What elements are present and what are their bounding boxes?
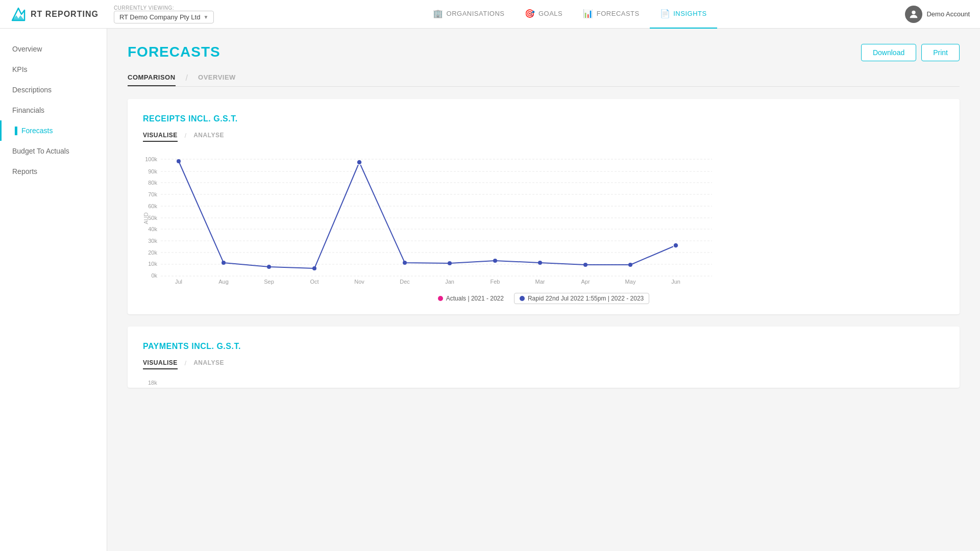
svg-text:40k: 40k [148, 226, 157, 232]
nav-label-goals: GOALS [538, 10, 562, 17]
header-actions: Download Print [861, 44, 960, 61]
svg-text:Nov: Nov [354, 279, 364, 285]
svg-text:70k: 70k [148, 191, 157, 197]
svg-text:Dec: Dec [400, 279, 410, 285]
svg-text:20k: 20k [148, 249, 157, 256]
svg-text:80k: 80k [148, 180, 157, 186]
nav-item-goals[interactable]: 🎯 GOALS [514, 0, 573, 29]
sidebar-label-overview: Overview [12, 45, 42, 53]
sidebar-label-kpis: KPIs [12, 65, 28, 73]
sidebar-label-descriptions: Descriptions [12, 86, 52, 94]
sidebar-item-descriptions[interactable]: Descriptions [0, 80, 107, 100]
legend-label-actuals: Actuals | 2021 - 2022 [446, 295, 504, 302]
page-subtabs: COMPARISON / OVERVIEW [128, 69, 960, 87]
sidebar-item-reports[interactable]: Reports [0, 161, 107, 182]
receipts-chart-legend: Actuals | 2021 - 2022 Rapid 22nd Jul 202… [143, 293, 944, 304]
download-button[interactable]: Download [861, 44, 916, 61]
company-dropdown[interactable]: RT Demo Company Pty Ltd ▼ [114, 11, 214, 23]
user-name: Demo Account [926, 10, 970, 18]
payments-tab-sep: / [185, 360, 186, 367]
nav-item-organisations[interactable]: 🏢 ORGANISATIONS [423, 0, 514, 29]
main-nav-links: 🏢 ORGANISATIONS 🎯 GOALS 📊 FORECASTS 📄 IN… [234, 0, 905, 29]
company-selector-area: CURRENTLY VIEWING: RT Demo Company Pty L… [114, 5, 214, 23]
payments-chart-tabs: VISUALISE / ANALYSE [143, 357, 944, 369]
nav-label-insights: INSIGHTS [673, 10, 706, 17]
goals-icon: 🎯 [525, 9, 535, 18]
forecasts-icon: 📊 [583, 9, 594, 18]
nav-label-forecasts: FORECASTS [597, 10, 640, 17]
receipts-tab-analyse[interactable]: ANALYSE [193, 130, 224, 142]
sidebar-item-overview[interactable]: Overview [0, 39, 107, 59]
organisations-icon: 🏢 [433, 9, 444, 18]
insights-icon: 📄 [660, 9, 671, 18]
svg-text:AUD: AUD [143, 212, 149, 224]
svg-point-47 [583, 263, 587, 267]
user-menu[interactable]: Demo Account [905, 6, 970, 23]
svg-text:60k: 60k [148, 203, 157, 209]
legend-item-actuals: Actuals | 2021 - 2022 [438, 295, 504, 302]
sidebar-item-kpis[interactable]: KPIs [0, 59, 107, 80]
svg-text:Feb: Feb [491, 279, 500, 285]
svg-text:Jul: Jul [175, 279, 182, 285]
sidebar-label-forecasts: Forecasts [21, 127, 53, 135]
payments-tab-analyse[interactable]: ANALYSE [193, 357, 224, 369]
currently-viewing-label: CURRENTLY VIEWING: [114, 5, 214, 11]
svg-text:May: May [625, 279, 636, 285]
svg-point-44 [448, 261, 452, 265]
legend-dot-actuals [438, 296, 443, 301]
logo[interactable]: RT REPORTING [10, 6, 99, 22]
main-content: FORECASTS Download Print COMPARISON / OV… [107, 29, 980, 551]
receipts-chart-card: RECEIPTS INCL. G.S.T. VISUALISE / ANALYS… [128, 99, 960, 314]
receipts-tab-sep: / [185, 132, 186, 139]
sidebar-item-forecasts[interactable]: ▐ Forecasts [0, 120, 107, 141]
sidebar-item-budget-to-actuals[interactable]: Budget To Actuals [0, 141, 107, 161]
svg-text:90k: 90k [148, 168, 157, 174]
company-name: RT Demo Company Pty Ltd [119, 13, 200, 21]
svg-text:30k: 30k [148, 238, 157, 244]
svg-point-39 [222, 261, 226, 265]
print-button[interactable]: Print [921, 44, 960, 61]
legend-dot-rapid [520, 296, 525, 301]
avatar [905, 6, 922, 23]
svg-text:0k: 0k [151, 272, 157, 279]
svg-text:Sep: Sep [264, 279, 274, 285]
sidebar: Overview KPIs Descriptions Financials ▐ … [0, 29, 107, 551]
svg-point-43 [403, 261, 407, 265]
page-header: FORECASTS Download Print [128, 44, 960, 61]
sidebar-label-budget-to-actuals: Budget To Actuals [12, 147, 69, 155]
svg-point-41 [312, 266, 316, 270]
nav-item-forecasts[interactable]: 📊 FORECASTS [573, 0, 649, 29]
svg-text:Oct: Oct [310, 279, 318, 285]
svg-text:50k: 50k [148, 215, 157, 221]
logo-text: RT REPORTING [31, 10, 99, 19]
payments-chart-title: PAYMENTS INCL. G.S.T. [143, 342, 944, 351]
receipts-chart-title: RECEIPTS INCL. G.S.T. [143, 114, 944, 123]
svg-point-49 [673, 243, 678, 248]
svg-point-48 [628, 263, 632, 267]
svg-text:Apr: Apr [581, 279, 590, 285]
sidebar-label-financials: Financials [12, 106, 44, 114]
sidebar-item-financials[interactable]: Financials [0, 100, 107, 120]
nav-item-insights[interactable]: 📄 INSIGHTS [650, 0, 717, 29]
top-navigation: RT REPORTING CURRENTLY VIEWING: RT Demo … [0, 0, 980, 29]
subtab-comparison[interactable]: COMPARISON [128, 69, 176, 86]
sidebar-icon-forecasts: ▐ [12, 127, 17, 135]
legend-label-rapid: Rapid 22nd Jul 2022 1:55pm | 2022 - 2023 [528, 295, 644, 302]
svg-text:100k: 100k [145, 156, 157, 162]
receipts-tab-visualise[interactable]: VISUALISE [143, 130, 178, 142]
svg-point-40 [267, 265, 271, 269]
svg-text:Jun: Jun [671, 279, 680, 285]
chevron-down-icon: ▼ [203, 14, 208, 20]
svg-text:10k: 10k [148, 261, 157, 267]
subtab-separator: / [186, 73, 188, 83]
svg-point-42 [357, 160, 362, 165]
sidebar-label-reports: Reports [12, 167, 37, 176]
nav-label-organisations: ORGANISATIONS [447, 10, 505, 17]
payments-tab-visualise[interactable]: VISUALISE [143, 357, 178, 369]
svg-point-46 [538, 261, 542, 265]
subtab-overview[interactable]: OVERVIEW [198, 69, 236, 86]
svg-point-45 [493, 259, 497, 263]
svg-point-2 [912, 10, 916, 14]
svg-text:Jan: Jan [445, 279, 454, 285]
svg-point-38 [177, 159, 181, 163]
